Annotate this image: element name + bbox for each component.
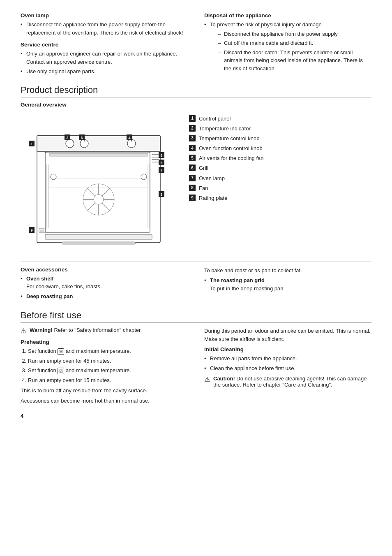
- part-item-8: 8 Fan: [189, 185, 371, 192]
- disposal-intro: To prevent the risk of physical injury o…: [204, 21, 371, 72]
- part-label-2: Temperature indicator: [199, 125, 251, 132]
- svg-text:4: 4: [128, 136, 130, 140]
- warning-text: Warning! Refer to "Safety information" c…: [30, 327, 142, 333]
- warning-box: ⚠ Warning! Refer to "Safety information"…: [21, 327, 188, 335]
- service-centre-list: Only an approved engineer can repair or …: [21, 50, 188, 76]
- part-item-5: 5 Air vents for the cooling fan: [189, 155, 371, 162]
- product-description-heading: Product description: [21, 85, 371, 97]
- disposal-heading: Disposal of the appliance: [204, 12, 371, 19]
- part-badge-5: 5: [189, 155, 196, 161]
- svg-text:6: 6: [160, 161, 162, 165]
- accessories-right-list: The roasting pan grid To put in the deep…: [204, 276, 371, 292]
- before-first-use-section: Before first use ⚠ Warning! Refer to "Sa…: [21, 310, 371, 407]
- product-description-section: Product description General overview: [21, 85, 371, 251]
- accessories-grid-item: The roasting pan grid To put in the deep…: [204, 276, 371, 292]
- accessories-list: Oven shelf For cookware, cake tins, roas…: [21, 275, 188, 301]
- disposal-sub-1: Disconnect the appliance from the power …: [218, 30, 371, 38]
- accessories-right: To bake and roast or as pan to collect f…: [204, 266, 371, 302]
- part-item-7: 7 Oven lamp: [189, 175, 371, 182]
- step-3: Set function ☑ and maximum temperature.: [28, 366, 188, 375]
- accessories-pan-label: Deep roasting pan: [26, 293, 73, 299]
- part-item-4: 4 Oven function control knob: [189, 145, 371, 152]
- accessories-grid-desc: To put in the deep roasting pan.: [210, 285, 285, 292]
- svg-text:5: 5: [160, 153, 162, 158]
- svg-text:2: 2: [66, 136, 68, 140]
- svg-rect-22: [45, 234, 152, 239]
- svg-rect-2: [37, 136, 160, 151]
- part-badge-3: 3: [189, 135, 196, 141]
- oven-lamp-item-1: Disconnect the appliance from the power …: [21, 21, 188, 37]
- accessories-section: Oven accessories Oven shelf For cookware…: [21, 261, 371, 302]
- svg-text:9: 9: [30, 228, 32, 232]
- step-1: Set function ☒ and maximum temperature.: [28, 347, 188, 355]
- svg-rect-23: [62, 242, 136, 244]
- before-use-right-para: During this period an odour and smoke ca…: [204, 327, 371, 343]
- before-first-use-heading: Before first use: [21, 310, 371, 323]
- step-4: Run an empty oven for 15 minutes.: [28, 376, 188, 385]
- service-centre-item-2: Use only original spare parts.: [21, 67, 188, 76]
- before-use-left: ⚠ Warning! Refer to "Safety information"…: [21, 327, 188, 407]
- oven-lamp-heading: Oven lamp: [21, 12, 188, 19]
- disposal-sub-2: Cut off the mains cable and discard it.: [218, 39, 371, 47]
- preheating-note-2: Accessories can become more hot than in …: [21, 397, 188, 405]
- top-section: Oven lamp Disconnect the appliance from …: [21, 12, 371, 77]
- preheating-steps: Set function ☒ and maximum temperature. …: [21, 347, 188, 384]
- preheating-note-1: This is to burn off any residue from the…: [21, 387, 188, 395]
- caution-icon: ⚠: [204, 375, 210, 383]
- step-2: Run an empty oven for 45 minutes.: [28, 357, 188, 365]
- parts-list: 1 Control panel 2 Temperature indicator …: [189, 111, 371, 251]
- caution-box: ⚠ Caution! Do not use abrasive cleaning …: [204, 375, 371, 388]
- function-icon-1: ☒: [58, 348, 64, 355]
- accessories-shelf-label: Oven shelf: [26, 276, 53, 282]
- part-badge-7: 7: [189, 175, 196, 181]
- part-label-7: Oven lamp: [199, 175, 225, 182]
- part-badge-9: 9: [189, 195, 196, 201]
- svg-text:8: 8: [160, 192, 162, 197]
- accessories-item-1: Oven shelf For cookware, cake tins, roas…: [21, 275, 188, 291]
- caution-text: Caution! Do not use abrasive cleaning ag…: [213, 375, 371, 388]
- svg-point-24: [66, 139, 74, 148]
- warning-icon: ⚠: [21, 327, 26, 335]
- top-right: Disposal of the appliance To prevent the…: [204, 12, 371, 77]
- svg-text:3: 3: [81, 136, 83, 140]
- svg-rect-7: [49, 153, 148, 156]
- disposal-sub-list: Disconnect the appliance from the power …: [210, 30, 371, 73]
- oven-lamp-list: Disconnect the appliance from the power …: [21, 21, 188, 37]
- cleaning-item-1: Remove all parts from the appliance.: [204, 354, 371, 363]
- part-item-3: 3 Temperature control knob: [189, 135, 371, 142]
- disposal-sub-3: Discard the door catch. This prevents ch…: [218, 49, 371, 73]
- accessories-right-text: To bake and roast or as pan to collect f…: [204, 266, 371, 275]
- svg-rect-1: [45, 152, 150, 232]
- before-use-right: During this period an odour and smoke ca…: [204, 327, 371, 407]
- accessories-item-2: Deep roasting pan: [21, 292, 188, 301]
- part-label-9: Rating plate: [199, 195, 227, 202]
- accessories-shelf-desc: For cookware, cake tins, roasts.: [26, 283, 102, 290]
- service-centre-heading: Service centre: [21, 42, 188, 48]
- part-label-4: Oven function control knob: [199, 145, 263, 152]
- oven-diagram: 1 2 3 4 5 6 7: [21, 111, 177, 251]
- part-label-5: Air vents for the cooling fan: [199, 155, 264, 162]
- part-label-1: Control panel: [199, 115, 231, 123]
- disposal-list: To prevent the risk of physical injury o…: [204, 21, 371, 72]
- service-centre-item-1: Only an approved engineer can repair or …: [21, 50, 188, 66]
- accessories-heading: Oven accessories: [21, 266, 188, 273]
- page-number: 4: [21, 413, 371, 419]
- initial-cleaning-heading: Initial Cleaning: [204, 346, 371, 352]
- part-label-6: Grill: [199, 164, 208, 172]
- part-item-9: 9 Rating plate: [189, 195, 371, 202]
- part-badge-1: 1: [189, 115, 196, 122]
- cleaning-item-2: Clean the appliance before first use.: [204, 364, 371, 373]
- part-badge-2: 2: [189, 125, 196, 132]
- initial-cleaning-list: Remove all parts from the appliance. Cle…: [204, 354, 371, 372]
- part-badge-4: 4: [189, 145, 196, 151]
- svg-text:1: 1: [30, 142, 32, 146]
- part-badge-6: 6: [189, 164, 196, 171]
- preheating-heading: Preheating: [21, 339, 188, 345]
- part-badge-8: 8: [189, 185, 196, 191]
- overview-section: 1 2 3 4 5 6 7: [21, 111, 371, 251]
- oven-svg: 1 2 3 4 5 6 7: [21, 111, 177, 251]
- general-overview-heading: General overview: [21, 102, 371, 108]
- before-use-content: ⚠ Warning! Refer to "Safety information"…: [21, 327, 371, 407]
- accessories-grid-label: The roasting pan grid: [210, 277, 265, 283]
- part-item-1: 1 Control panel: [189, 115, 371, 123]
